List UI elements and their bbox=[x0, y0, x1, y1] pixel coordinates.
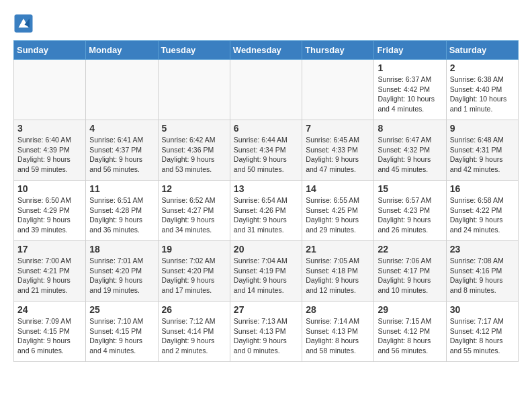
calendar-cell: 29Sunrise: 7:15 AM Sunset: 4:12 PM Dayli… bbox=[374, 302, 446, 362]
weekday-header-wednesday: Wednesday bbox=[230, 41, 302, 60]
weekday-header-monday: Monday bbox=[86, 41, 158, 60]
day-info: Sunrise: 6:45 AM Sunset: 4:33 PM Dayligh… bbox=[306, 135, 370, 175]
calendar-cell: 22Sunrise: 7:06 AM Sunset: 4:17 PM Dayli… bbox=[374, 241, 446, 302]
day-number: 11 bbox=[89, 183, 154, 194]
calendar-cell: 14Sunrise: 6:55 AM Sunset: 4:25 PM Dayli… bbox=[302, 181, 374, 241]
day-info: Sunrise: 7:12 AM Sunset: 4:14 PM Dayligh… bbox=[162, 316, 226, 356]
calendar-cell: 5Sunrise: 6:42 AM Sunset: 4:36 PM Daylig… bbox=[158, 120, 230, 181]
calendar-cell: 16Sunrise: 6:58 AM Sunset: 4:22 PM Dayli… bbox=[446, 181, 518, 241]
calendar-cell bbox=[158, 60, 230, 120]
calendar-cell: 10Sunrise: 6:50 AM Sunset: 4:29 PM Dayli… bbox=[14, 181, 86, 241]
day-info: Sunrise: 7:13 AM Sunset: 4:13 PM Dayligh… bbox=[234, 316, 298, 356]
day-info: Sunrise: 6:51 AM Sunset: 4:28 PM Dayligh… bbox=[89, 195, 154, 235]
calendar-cell: 20Sunrise: 7:04 AM Sunset: 4:19 PM Dayli… bbox=[230, 241, 302, 302]
day-number: 17 bbox=[17, 244, 82, 255]
day-info: Sunrise: 6:42 AM Sunset: 4:36 PM Dayligh… bbox=[162, 135, 226, 175]
calendar-week-row: 3Sunrise: 6:40 AM Sunset: 4:39 PM Daylig… bbox=[14, 120, 519, 181]
weekday-header-sunday: Sunday bbox=[14, 41, 86, 60]
calendar-week-row: 10Sunrise: 6:50 AM Sunset: 4:29 PM Dayli… bbox=[14, 181, 519, 241]
day-number: 19 bbox=[162, 244, 226, 255]
calendar-cell: 3Sunrise: 6:40 AM Sunset: 4:39 PM Daylig… bbox=[14, 120, 86, 181]
day-number: 20 bbox=[234, 244, 298, 255]
calendar-cell: 25Sunrise: 7:10 AM Sunset: 4:15 PM Dayli… bbox=[86, 302, 158, 362]
day-info: Sunrise: 7:02 AM Sunset: 4:20 PM Dayligh… bbox=[162, 256, 226, 295]
day-number: 25 bbox=[89, 304, 154, 315]
day-info: Sunrise: 7:04 AM Sunset: 4:19 PM Dayligh… bbox=[234, 256, 298, 295]
calendar-cell: 18Sunrise: 7:01 AM Sunset: 4:20 PM Dayli… bbox=[86, 241, 158, 302]
page-header bbox=[13, 13, 519, 34]
calendar-cell: 30Sunrise: 7:17 AM Sunset: 4:12 PM Dayli… bbox=[446, 302, 518, 362]
day-number: 27 bbox=[234, 304, 298, 315]
day-info: Sunrise: 7:15 AM Sunset: 4:12 PM Dayligh… bbox=[378, 316, 442, 356]
day-info: Sunrise: 7:05 AM Sunset: 4:18 PM Dayligh… bbox=[306, 256, 370, 295]
calendar-cell: 6Sunrise: 6:44 AM Sunset: 4:34 PM Daylig… bbox=[230, 120, 302, 181]
day-number: 21 bbox=[306, 244, 370, 255]
calendar-week-row: 17Sunrise: 7:00 AM Sunset: 4:21 PM Dayli… bbox=[14, 241, 519, 302]
calendar-cell: 17Sunrise: 7:00 AM Sunset: 4:21 PM Dayli… bbox=[14, 241, 86, 302]
calendar-cell: 19Sunrise: 7:02 AM Sunset: 4:20 PM Dayli… bbox=[158, 241, 230, 302]
calendar-cell bbox=[14, 60, 86, 120]
calendar-cell bbox=[86, 60, 158, 120]
day-number: 8 bbox=[378, 123, 442, 134]
day-info: Sunrise: 6:54 AM Sunset: 4:26 PM Dayligh… bbox=[234, 195, 298, 235]
day-number: 29 bbox=[378, 304, 442, 315]
weekday-header-friday: Friday bbox=[374, 41, 446, 60]
day-number: 3 bbox=[17, 123, 82, 134]
logo-icon bbox=[13, 13, 34, 34]
day-info: Sunrise: 6:52 AM Sunset: 4:27 PM Dayligh… bbox=[162, 195, 226, 235]
calendar-cell: 1Sunrise: 6:37 AM Sunset: 4:42 PM Daylig… bbox=[374, 60, 446, 120]
weekday-header-tuesday: Tuesday bbox=[158, 41, 230, 60]
day-info: Sunrise: 6:44 AM Sunset: 4:34 PM Dayligh… bbox=[234, 135, 298, 175]
day-info: Sunrise: 6:55 AM Sunset: 4:25 PM Dayligh… bbox=[306, 195, 370, 235]
day-info: Sunrise: 6:48 AM Sunset: 4:31 PM Dayligh… bbox=[450, 135, 515, 175]
calendar-cell: 24Sunrise: 7:09 AM Sunset: 4:15 PM Dayli… bbox=[14, 302, 86, 362]
calendar-cell: 4Sunrise: 6:41 AM Sunset: 4:37 PM Daylig… bbox=[86, 120, 158, 181]
calendar-cell: 7Sunrise: 6:45 AM Sunset: 4:33 PM Daylig… bbox=[302, 120, 374, 181]
calendar-week-row: 1Sunrise: 6:37 AM Sunset: 4:42 PM Daylig… bbox=[14, 60, 519, 120]
calendar-table: SundayMondayTuesdayWednesdayThursdayFrid… bbox=[13, 40, 519, 362]
calendar-week-row: 24Sunrise: 7:09 AM Sunset: 4:15 PM Dayli… bbox=[14, 302, 519, 362]
day-info: Sunrise: 7:14 AM Sunset: 4:13 PM Dayligh… bbox=[306, 316, 370, 356]
day-info: Sunrise: 7:10 AM Sunset: 4:15 PM Dayligh… bbox=[89, 316, 154, 356]
calendar-cell: 8Sunrise: 6:47 AM Sunset: 4:32 PM Daylig… bbox=[374, 120, 446, 181]
day-info: Sunrise: 6:40 AM Sunset: 4:39 PM Dayligh… bbox=[17, 135, 82, 175]
day-number: 2 bbox=[450, 62, 515, 73]
day-number: 28 bbox=[306, 304, 370, 315]
calendar-cell: 28Sunrise: 7:14 AM Sunset: 4:13 PM Dayli… bbox=[302, 302, 374, 362]
day-info: Sunrise: 6:50 AM Sunset: 4:29 PM Dayligh… bbox=[17, 195, 82, 235]
day-number: 13 bbox=[234, 183, 298, 194]
day-number: 5 bbox=[162, 123, 226, 134]
day-number: 6 bbox=[234, 123, 298, 134]
day-info: Sunrise: 6:41 AM Sunset: 4:37 PM Dayligh… bbox=[89, 135, 154, 175]
day-info: Sunrise: 7:17 AM Sunset: 4:12 PM Dayligh… bbox=[450, 316, 515, 356]
calendar-cell bbox=[230, 60, 302, 120]
day-number: 12 bbox=[162, 183, 226, 194]
calendar-cell: 13Sunrise: 6:54 AM Sunset: 4:26 PM Dayli… bbox=[230, 181, 302, 241]
day-number: 15 bbox=[378, 183, 442, 194]
day-number: 30 bbox=[450, 304, 515, 315]
calendar-cell: 21Sunrise: 7:05 AM Sunset: 4:18 PM Dayli… bbox=[302, 241, 374, 302]
calendar-cell: 11Sunrise: 6:51 AM Sunset: 4:28 PM Dayli… bbox=[86, 181, 158, 241]
day-info: Sunrise: 7:09 AM Sunset: 4:15 PM Dayligh… bbox=[17, 316, 82, 356]
calendar-cell: 26Sunrise: 7:12 AM Sunset: 4:14 PM Dayli… bbox=[158, 302, 230, 362]
day-number: 14 bbox=[306, 183, 370, 194]
calendar-cell bbox=[302, 60, 374, 120]
calendar-cell: 15Sunrise: 6:57 AM Sunset: 4:23 PM Dayli… bbox=[374, 181, 446, 241]
weekday-header-thursday: Thursday bbox=[302, 41, 374, 60]
calendar-cell: 2Sunrise: 6:38 AM Sunset: 4:40 PM Daylig… bbox=[446, 60, 518, 120]
day-number: 9 bbox=[450, 123, 515, 134]
calendar-cell: 9Sunrise: 6:48 AM Sunset: 4:31 PM Daylig… bbox=[446, 120, 518, 181]
day-info: Sunrise: 7:06 AM Sunset: 4:17 PM Dayligh… bbox=[378, 256, 442, 295]
day-number: 26 bbox=[162, 304, 226, 315]
day-number: 16 bbox=[450, 183, 515, 194]
logo bbox=[13, 13, 36, 34]
day-number: 24 bbox=[17, 304, 82, 315]
day-info: Sunrise: 7:01 AM Sunset: 4:20 PM Dayligh… bbox=[89, 256, 154, 295]
day-info: Sunrise: 6:38 AM Sunset: 4:40 PM Dayligh… bbox=[450, 75, 515, 114]
day-number: 18 bbox=[89, 244, 154, 255]
day-info: Sunrise: 7:00 AM Sunset: 4:21 PM Dayligh… bbox=[17, 256, 82, 295]
day-number: 22 bbox=[378, 244, 442, 255]
day-number: 7 bbox=[306, 123, 370, 134]
calendar-cell: 23Sunrise: 7:08 AM Sunset: 4:16 PM Dayli… bbox=[446, 241, 518, 302]
day-number: 4 bbox=[89, 123, 154, 134]
